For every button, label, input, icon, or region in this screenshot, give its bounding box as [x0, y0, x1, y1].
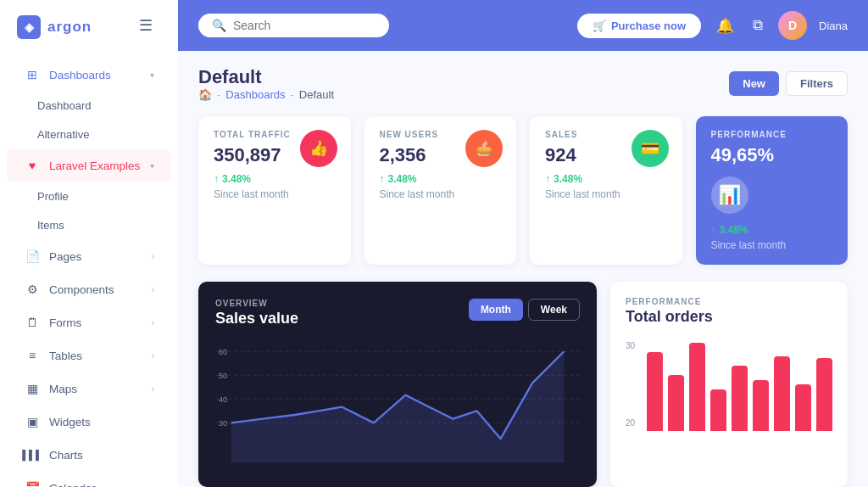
- sidebar-item-label: Forms: [49, 316, 81, 329]
- copy-icon[interactable]: ⧉: [749, 14, 766, 37]
- sidebar-item-laravel[interactable]: ♥ Laravel Examples ▾: [7, 149, 171, 182]
- perf-label: PERFORMANCE: [626, 297, 832, 306]
- search-box[interactable]: 🔍: [198, 14, 389, 37]
- forms-icon: 🗒: [24, 314, 41, 331]
- bar-item: [795, 384, 811, 431]
- sidebar-item-charts[interactable]: ▌▌▌ Charts: [7, 439, 171, 471]
- arrow-up-icon: ↑: [711, 224, 716, 236]
- sidebar-item-label: Laravel Examples: [49, 160, 140, 172]
- chevron-right-icon: ›: [152, 318, 154, 327]
- sidebar-item-label: Pages: [49, 250, 81, 263]
- toggle-week-button[interactable]: Week: [528, 299, 580, 321]
- stat-icon-sales: 💳: [632, 130, 669, 167]
- stat-change: ↑ 3.48%: [214, 173, 336, 185]
- sidebar-item-label: Charts: [49, 449, 83, 462]
- performance-chart-card: PERFORMANCE Total orders 30 20: [610, 282, 848, 487]
- user-name: Diana: [819, 20, 848, 32]
- breadcrumb-default: Default: [299, 88, 334, 101]
- bar-item: [753, 380, 769, 432]
- svg-text:40: 40: [219, 395, 227, 404]
- stat-since: Since last month: [711, 239, 833, 251]
- chart-label: OVERVIEW: [215, 299, 298, 308]
- stat-icon-performance: 📊: [711, 176, 748, 214]
- widgets-icon: ▣: [24, 413, 41, 430]
- filters-button[interactable]: Filters: [786, 71, 848, 96]
- toggle-month-button[interactable]: Month: [469, 299, 523, 321]
- arrow-up-icon: ↑: [380, 173, 385, 185]
- page-title: Default: [198, 66, 334, 88]
- sidebar-logo: ◈ argon: [0, 0, 108, 51]
- sidebar-item-label: Widgets: [49, 416, 91, 428]
- sidebar-item-components[interactable]: ⚙ Components ›: [7, 273, 171, 305]
- maps-icon: ▦: [24, 380, 41, 397]
- purchase-button[interactable]: 🛒 Purchase now: [577, 14, 701, 38]
- stat-card-total-traffic: TOTAL TRAFFIC 350,897 ↑ 3.48% Since last…: [198, 116, 351, 265]
- sidebar-item-alternative[interactable]: Alternative: [7, 120, 171, 148]
- stat-value: 49,65%: [711, 144, 833, 166]
- avatar[interactable]: D: [778, 11, 807, 40]
- stat-change-value: 3.48%: [720, 224, 748, 236]
- sidebar-item-pages[interactable]: 📄 Pages ›: [7, 240, 171, 272]
- charts-icon: ▌▌▌: [24, 446, 41, 463]
- stat-change-value: 3.48%: [388, 173, 417, 185]
- topbar: 🔍 🛒 Purchase now 🔔 ⧉ D Diana: [178, 0, 868, 51]
- sidebar-item-profile[interactable]: Profile: [7, 182, 171, 210]
- stat-icon-users: 🥧: [465, 130, 503, 167]
- menu-toggle-icon[interactable]: ☰: [122, 1, 170, 50]
- svg-marker-8: [231, 351, 565, 462]
- sidebar-item-dashboards[interactable]: ⊞ Dashboards ▾: [7, 59, 171, 91]
- stat-change: ↑ 3.48%: [545, 173, 667, 185]
- chart-toggle: Month Week: [469, 299, 580, 321]
- sales-line-chart: 60 50 40 30: [215, 339, 580, 467]
- bar-chart: [647, 338, 832, 431]
- sidebar-item-maps[interactable]: ▦ Maps ›: [7, 372, 171, 405]
- sidebar-item-dashboard[interactable]: Dashboard: [7, 92, 171, 120]
- chevron-right-icon: ›: [152, 384, 154, 394]
- pages-icon: 📄: [24, 248, 41, 265]
- sidebar-item-tables[interactable]: ≡ Tables ›: [7, 339, 171, 372]
- calendar-icon: 📅: [24, 479, 41, 487]
- bar-item: [668, 375, 684, 431]
- sidebar-item-label: Tables: [49, 350, 82, 362]
- laravel-icon: ♥: [24, 157, 41, 174]
- main-content-area: 🔍 🛒 Purchase now 🔔 ⧉ D Diana Default 🏠 -…: [178, 0, 868, 487]
- y-label-20: 20: [626, 418, 635, 428]
- chart-title: Sales value: [215, 310, 298, 327]
- breadcrumb-dashboards[interactable]: Dashboards: [225, 88, 285, 101]
- cart-icon: 🛒: [593, 20, 606, 32]
- sidebar-item-items[interactable]: Items: [7, 211, 171, 239]
- stat-card-performance: PERFORMANCE 49,65% 📊 ↑ 3.48% Since last …: [696, 116, 849, 265]
- sidebar-item-label: Items: [37, 219, 64, 232]
- stat-change-value: 3.48%: [554, 173, 582, 185]
- svg-text:50: 50: [219, 372, 227, 380]
- sidebar-item-label: Components: [49, 283, 114, 296]
- sidebar-item-forms[interactable]: 🗒 Forms ›: [7, 306, 171, 339]
- stat-since: Since last month: [545, 188, 667, 200]
- sidebar-item-calendar[interactable]: 📅 Calendar: [7, 472, 171, 487]
- stat-change: ↑ 3.48%: [380, 173, 502, 185]
- stat-label: PERFORMANCE: [711, 130, 833, 139]
- sidebar-item-label: Dashboards: [49, 69, 111, 81]
- svg-text:30: 30: [219, 419, 227, 428]
- bar-item: [774, 356, 790, 431]
- page-header: Default 🏠 - Dashboards - Default New Fil…: [198, 66, 848, 101]
- purchase-label: Purchase now: [611, 20, 686, 32]
- new-button[interactable]: New: [729, 71, 779, 96]
- home-icon: 🏠: [198, 88, 212, 101]
- sidebar-item-label: Alternative: [37, 128, 89, 141]
- perf-title: Total orders: [626, 308, 832, 326]
- chart-header: OVERVIEW Sales value Month Week: [215, 299, 580, 327]
- stat-card-sales: SALES 924 ↑ 3.48% Since last month 💳: [530, 116, 682, 265]
- chevron-down-icon: ▾: [150, 161, 154, 171]
- search-icon: 🔍: [212, 19, 226, 32]
- components-icon: ⚙: [24, 281, 41, 298]
- sidebar-item-label: Profile: [37, 190, 69, 203]
- arrow-up-icon: ↑: [545, 173, 550, 185]
- breadcrumb: 🏠 - Dashboards - Default: [198, 88, 334, 101]
- dashboards-icon: ⊞: [24, 66, 41, 83]
- bar-item: [816, 358, 832, 431]
- search-input[interactable]: [233, 19, 376, 32]
- stat-since: Since last month: [380, 188, 502, 200]
- sidebar-item-widgets[interactable]: ▣ Widgets: [7, 406, 171, 438]
- bell-icon[interactable]: 🔔: [713, 14, 737, 38]
